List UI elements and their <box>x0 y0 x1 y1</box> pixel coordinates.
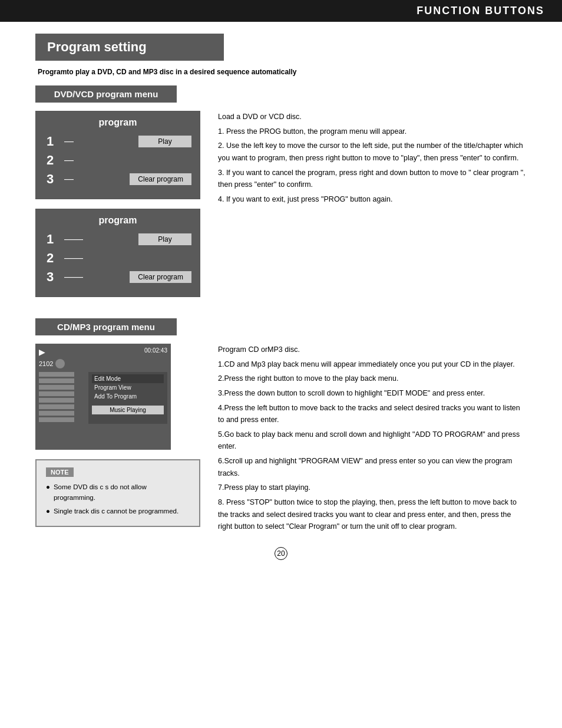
cdmp3-step-2: 2.Press the right button to move to the … <box>218 373 527 385</box>
page-number: 20 <box>275 547 287 560</box>
program-box-2-title: program <box>44 215 191 226</box>
row-dash-b3: —— <box>64 272 124 282</box>
dvd-step-2: 2. Use the left key to move the cursor t… <box>218 140 527 164</box>
cdmp3-step-8: 8. Press "STOP" button twice to stop the… <box>218 496 527 533</box>
header-title: FUNCTION BUTTONS <box>416 5 544 17</box>
cdmp3-left-col: ▶ 00:02:43 2102 <box>35 344 200 527</box>
play-icon: ▶ <box>39 347 45 357</box>
cdmp3-section-header: CD/MP3 program menu <box>35 318 177 335</box>
program-row-b2: 2 —— <box>44 251 191 266</box>
clear-btn-1[interactable]: Clear program <box>130 173 191 185</box>
cdmp3-section: CD/MP3 program menu ▶ 00:02:43 2102 <box>35 318 527 535</box>
cdmp3-step-4: 4.Press the left button to move back to … <box>218 402 527 426</box>
dvd-two-col: program 1 — Play 2 — 3 — Clear program <box>35 111 527 307</box>
row-dash-b1: —— <box>64 234 133 245</box>
row-num-b3: 3 <box>44 269 56 285</box>
cd-player-mockup: ▶ 00:02:43 2102 <box>35 344 171 450</box>
row-num-2: 2 <box>44 153 56 168</box>
track-item <box>39 417 74 422</box>
play-btn-b1[interactable]: Play <box>138 233 191 245</box>
cdmp3-instructions: Program CD orMP3 disc. 1.CD and Mp3 play… <box>218 344 527 535</box>
row-num-b1: 1 <box>44 232 56 247</box>
cd-track-num: 2102 <box>39 360 53 367</box>
note-item-1: Some DVD dis c s do not allow programmin… <box>46 482 190 503</box>
cdmp3-step-7: 7.Press play to start playing. <box>218 482 527 494</box>
row-num-3: 3 <box>44 172 56 187</box>
note-item-2: Single track dis c cannot be programmed. <box>46 506 190 516</box>
program-setting-title: Program setting <box>35 34 224 61</box>
dvd-instructions: Load a DVD or VCD disc. 1. Press the PRO… <box>218 111 527 207</box>
row-dash-b2: —— <box>64 253 191 263</box>
program-box-1-title: program <box>44 117 191 128</box>
cd-time: 00:02:43 <box>144 347 167 354</box>
program-row-2: 2 — <box>44 153 191 168</box>
track-item <box>39 378 74 383</box>
note-box: NOTE Some DVD dis c s do not allow progr… <box>35 459 200 527</box>
cdmp3-step-1: 1.CD and Mp3 play back menu will appear … <box>218 358 527 371</box>
cdmp3-step-3: 3.Press the down button to scroll down t… <box>218 387 527 400</box>
menu-item-program-view[interactable]: Program View <box>92 383 164 392</box>
cd-disc-icon <box>55 359 65 368</box>
menu-item-edit[interactable]: Edit Mode <box>92 374 164 383</box>
track-list-left <box>39 372 86 424</box>
row-dash-1: — <box>64 136 133 147</box>
row-dash-3: — <box>64 174 124 185</box>
program-box-1: program 1 — Play 2 — 3 — Clear program <box>35 111 200 199</box>
cd-player-top: ▶ 00:02:43 <box>39 347 167 357</box>
dvd-left-col: program 1 — Play 2 — 3 — Clear program <box>35 111 200 307</box>
menu-item-add-program[interactable]: Add To Program <box>92 392 164 401</box>
track-item <box>39 372 74 377</box>
program-box-2: program 1 —— Play 2 —— 3 —— Clear progra… <box>35 209 200 297</box>
dvd-step-3: 3. If you want to cancel the program, pr… <box>218 167 527 191</box>
page-number-container: 20 <box>35 547 527 560</box>
subtitle: Programto play a DVD, CD and MP3 disc in… <box>38 68 527 76</box>
cdmp3-step-6: 6.Scroll up and highlight "PROGRAM VIEW"… <box>218 455 527 479</box>
row-num-b2: 2 <box>44 251 56 266</box>
track-item <box>39 398 74 403</box>
dvd-intro: Load a DVD or VCD disc. <box>218 111 527 123</box>
track-item <box>39 404 74 409</box>
track-item <box>39 385 74 390</box>
dvd-section-header: DVD/VCD program menu <box>35 85 177 103</box>
note-text: Some DVD dis c s do not allow programmin… <box>46 482 190 516</box>
dvd-step-1: 1. Press the PROG button, the program me… <box>218 126 527 138</box>
note-label: NOTE <box>46 467 74 477</box>
program-row-b1: 1 —— Play <box>44 232 191 247</box>
row-dash-2: — <box>64 155 191 166</box>
track-list-right: Edit Mode Program View Add To Program Mu… <box>88 372 167 424</box>
cd-track-list: Edit Mode Program View Add To Program Mu… <box>39 372 167 424</box>
cdmp3-intro: Program CD orMP3 disc. <box>218 344 527 356</box>
program-row-b3: 3 —— Clear program <box>44 269 191 285</box>
play-btn-1[interactable]: Play <box>138 136 191 147</box>
track-item <box>39 391 74 396</box>
music-playing-btn: Music Playing <box>92 406 164 414</box>
clear-btn-b3[interactable]: Clear program <box>130 271 191 283</box>
program-row-1: 1 — Play <box>44 134 191 149</box>
track-item <box>39 411 74 416</box>
dvd-step-4: 4. If you want to exit, just press "PROG… <box>218 193 527 206</box>
page-header: FUNCTION BUTTONS <box>0 0 562 22</box>
program-row-3: 3 — Clear program <box>44 172 191 187</box>
cdmp3-step-5: 5.Go back to play back menu and scroll d… <box>218 429 527 453</box>
cdmp3-two-col: ▶ 00:02:43 2102 <box>35 344 527 535</box>
row-num-1: 1 <box>44 134 56 149</box>
